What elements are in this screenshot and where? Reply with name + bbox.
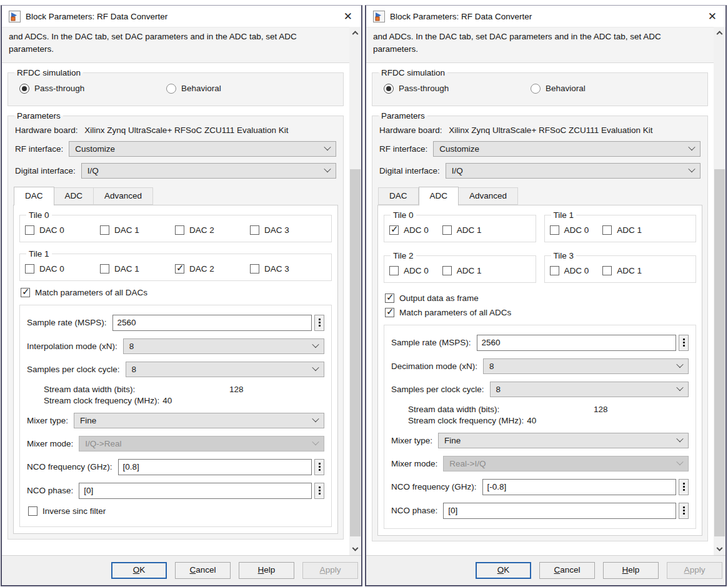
tab-adc[interactable]: ADC <box>419 187 459 205</box>
radio-behavioral[interactable]: Behavioral <box>166 84 221 94</box>
scroll-up-button[interactable] <box>714 27 726 37</box>
match-parameters-checkbox[interactable]: Match parameters of all DACs <box>21 288 331 297</box>
checkbox-control[interactable] <box>602 266 612 275</box>
checkbox-tile1-dac2[interactable]: DAC 2 <box>175 264 250 274</box>
checkbox-tile0-dac1[interactable]: DAC 1 <box>100 225 175 235</box>
hardware-board-label: Hardware board: <box>379 126 442 135</box>
decimation-mode-select[interactable]: 8 <box>483 358 689 374</box>
checkbox-tile1-adc0[interactable]: ADC 0 <box>550 225 589 235</box>
inverse-sinc-checkbox[interactable]: Inverse sinc filter <box>28 506 323 516</box>
checkbox-control[interactable] <box>442 266 452 275</box>
checkbox-control[interactable] <box>602 225 612 235</box>
chevron-down-icon <box>676 458 683 465</box>
radio-pass-through[interactable]: Pass-through <box>19 84 166 94</box>
help-button[interactable]: Help <box>603 562 659 579</box>
checkbox-tile3-adc1[interactable]: ADC 1 <box>602 266 642 275</box>
nco-frequency-spinner-button[interactable] <box>314 459 324 475</box>
checkbox-tile0-dac0[interactable]: DAC 0 <box>25 225 100 235</box>
scroll-down-button[interactable] <box>349 545 361 555</box>
checkbox-control-checked[interactable] <box>389 225 399 235</box>
checkbox-control[interactable] <box>442 225 452 235</box>
nco-frequency-spinner-button[interactable] <box>679 479 689 495</box>
nco-frequency-input[interactable] <box>482 479 676 495</box>
digital-interface-select[interactable]: I/Q <box>81 163 336 179</box>
checkbox-tile3-adc0[interactable]: ADC 0 <box>550 266 589 275</box>
sample-rate-input[interactable] <box>112 315 312 331</box>
rf-interface-select[interactable]: Customize <box>433 141 701 157</box>
checkbox-control[interactable] <box>25 264 34 274</box>
nco-frequency-input[interactable] <box>118 459 312 475</box>
tab-advanced[interactable]: Advanced <box>94 187 153 205</box>
scroll-thumb[interactable] <box>714 169 725 536</box>
checkbox-control-checked[interactable] <box>21 288 30 297</box>
checkbox-control[interactable] <box>250 225 259 235</box>
nco-phase-input[interactable] <box>79 483 312 499</box>
ok-button[interactable]: OK <box>476 562 531 579</box>
match-parameters-checkbox[interactable]: Match parameters of all ADCs <box>385 308 695 317</box>
scroll-thumb[interactable] <box>350 169 361 536</box>
digital-interface-select[interactable]: I/Q <box>446 163 701 179</box>
scroll-down-button[interactable] <box>714 545 726 555</box>
ok-button[interactable]: OK <box>111 562 167 579</box>
radio-behavioral[interactable]: Behavioral <box>531 84 586 94</box>
checkbox-control[interactable] <box>550 225 559 235</box>
scrollbar[interactable] <box>714 27 726 555</box>
tab-adc[interactable]: ADC <box>54 187 94 205</box>
checkbox-tile0-dac3[interactable]: DAC 3 <box>250 225 325 235</box>
checkbox-control[interactable] <box>25 225 34 235</box>
rf-interface-select[interactable]: Customize <box>69 141 336 157</box>
samples-per-clock-select[interactable]: 8 <box>126 362 324 377</box>
sample-rate-spinner-button[interactable] <box>314 315 324 331</box>
mixer-type-select[interactable]: Fine <box>74 413 324 428</box>
radio-pass-through[interactable]: Pass-through <box>384 84 531 94</box>
checkbox-tile1-adc1[interactable]: ADC 1 <box>602 225 642 235</box>
stream-data-width-row: Stream data width (bits): 128 <box>391 405 689 414</box>
checkbox-tile1-dac1[interactable]: DAC 1 <box>100 264 175 274</box>
radio-pass-through-control[interactable] <box>19 84 29 94</box>
rf-interface-label: RF interface: <box>15 144 63 154</box>
nco-phase-spinner-button[interactable] <box>314 483 324 499</box>
scrollbar[interactable] <box>349 27 361 555</box>
cancel-button[interactable]: Cancel <box>175 562 231 579</box>
checkbox-control-checked[interactable] <box>385 294 394 303</box>
checkbox-control[interactable] <box>175 225 184 235</box>
checkbox-control-checked[interactable] <box>175 264 184 274</box>
checkbox-control[interactable] <box>250 264 259 274</box>
checkbox-control-checked[interactable] <box>385 308 394 317</box>
checkbox-tile1-dac0[interactable]: DAC 0 <box>25 264 100 274</box>
tab-dac[interactable]: DAC <box>378 187 419 205</box>
checkbox-control[interactable] <box>100 264 109 274</box>
tab-dac[interactable]: DAC <box>14 187 54 205</box>
checkbox-tile0-adc0[interactable]: ADC 0 <box>389 225 429 235</box>
checkbox-tile0-dac2[interactable]: DAC 2 <box>175 225 250 235</box>
checkbox-tile2-adc1[interactable]: ADC 1 <box>442 266 482 275</box>
scroll-up-button[interactable] <box>349 27 361 37</box>
checkbox-control[interactable] <box>389 266 399 275</box>
help-button[interactable]: Help <box>239 562 294 579</box>
tab-advanced[interactable]: Advanced <box>459 187 518 205</box>
checkbox-tile2-adc0[interactable]: ADC 0 <box>389 266 429 275</box>
sample-rate-spinner-button[interactable] <box>679 335 689 351</box>
checkbox-control[interactable] <box>28 506 37 516</box>
sample-rate-input[interactable] <box>477 335 676 351</box>
interpolation-mode-select[interactable]: 8 <box>123 338 324 354</box>
checkbox-tile1-dac3[interactable]: DAC 3 <box>250 264 325 274</box>
close-icon[interactable]: ✕ <box>342 11 354 22</box>
samples-per-clock-select[interactable]: 8 <box>490 382 689 397</box>
radio-behavioral-control[interactable] <box>531 84 541 94</box>
mixer-type-select[interactable]: Fine <box>438 433 689 448</box>
close-icon[interactable]: ✕ <box>707 11 718 22</box>
output-data-as-frame-checkbox[interactable]: Output data as frame <box>385 294 695 303</box>
radio-pass-through-control[interactable] <box>384 84 394 94</box>
hardware-board-row: Hardware board: Xilinx Zynq UltraScale+ … <box>15 126 336 135</box>
cancel-button[interactable]: Cancel <box>539 562 595 579</box>
radio-behavioral-control[interactable] <box>166 84 176 94</box>
checkbox-tile0-adc1[interactable]: ADC 1 <box>442 225 482 235</box>
checkbox-control[interactable] <box>550 266 559 275</box>
checkbox-control[interactable] <box>100 225 109 235</box>
radio-pass-through-label: Pass-through <box>34 84 84 93</box>
nco-phase-input[interactable] <box>443 503 676 519</box>
chevron-down-icon <box>324 143 331 150</box>
samples-per-clock-label: Samples per clock cycle: <box>27 365 120 374</box>
nco-phase-spinner-button[interactable] <box>679 503 689 519</box>
